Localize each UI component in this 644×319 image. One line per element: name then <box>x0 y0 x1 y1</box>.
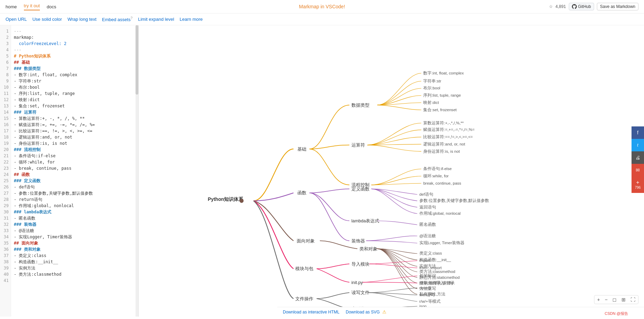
svg-text:类定义:class: 类定义:class <box>419 251 442 256</box>
svg-text:赋值运算符:=,+=,-=,*=,/=,%=: 赋值运算符:=,+=,-=,*=,/=,%= <box>423 128 475 132</box>
download-links: Download as interactive HTML Download as… <box>283 309 386 314</box>
preview-pane: Python知识体系 基础 数据类型 数字:int, float, comple… <box>139 25 644 317</box>
svg-text:比较运算符:==,!=,>,<,>=,<=: 比较运算符:==,!=,>,<,>=,<= <box>423 135 473 139</box>
editor-pane: 1234567891011121314151617181920212223242… <box>0 25 139 317</box>
mindmap-svg: Python知识体系 基础 数据类型 数字:int, float, comple… <box>139 25 644 317</box>
branch-jichu: 基础 数据类型 数字:int, float, complex 字符串:str 布… <box>254 71 475 201</box>
mail-button[interactable]: ✉ <box>632 164 644 176</box>
zoom-fullscreen-button[interactable]: ⛶ <box>628 296 637 303</box>
facebook-share-button[interactable]: f <box>632 126 644 139</box>
warning-icon: ⚠ <box>382 309 386 314</box>
svg-text:循环:while, for: 循环:while, for <box>423 174 449 178</box>
branch-file: 文件操作 读写文件 open() with语句 r/w/+等模式 序列化 <box>254 201 441 314</box>
svg-text:数据类型: 数据类型 <box>351 103 369 108</box>
node-python[interactable]: Python知识体系 <box>208 196 244 202</box>
svg-text:r/w/+等模式: r/w/+等模式 <box>419 299 441 303</box>
svg-text:读写文件: 读写文件 <box>351 291 369 295</box>
save-markdown-button[interactable]: Save as Markdown <box>597 3 638 10</box>
svg-text:序列:list, tuple, range: 序列:list, tuple, range <box>423 93 461 98</box>
vscode-link[interactable]: Markmap in VSCode! <box>299 4 345 9</box>
svg-text:lambda表达式: lambda表达式 <box>351 219 380 223</box>
svg-text:break, continue, pass: break, continue, pass <box>423 181 461 185</box>
svg-text:Python知识体系: Python知识体系 <box>208 196 244 202</box>
editor-scrollbar[interactable] <box>136 25 138 317</box>
line-numbers: 1234567891011121314151617181920212223242… <box>0 25 11 317</box>
svg-text:条件语句:if-else: 条件语句:if-else <box>423 167 452 171</box>
toolbar-solid-color[interactable]: Use solid color <box>32 17 62 22</box>
svg-text:参数:位置参数,关键字参数,默认值参数: 参数:位置参数,关键字参数,默认值参数 <box>419 198 489 203</box>
plus-count: 796 <box>635 186 641 189</box>
header-actions: ☆ 4,891 GitHub Save as Markdown <box>549 3 638 10</box>
svg-text:类方法:classmethod: 类方法:classmethod <box>419 269 455 274</box>
svg-text:身份运算符:is, is not: 身份运算符:is, is not <box>423 149 460 153</box>
download-html-link[interactable]: Download as interactive HTML <box>283 310 339 314</box>
nav-home[interactable]: home <box>6 4 17 9</box>
svg-text:布尔:bool: 布尔:bool <box>423 86 440 90</box>
main-container: 1234567891011121314151617181920212223242… <box>0 25 644 317</box>
svg-text:装饰器: 装饰器 <box>351 239 365 243</box>
csdn-badge: CSDN @报告 <box>605 311 628 316</box>
nav-docs[interactable]: docs <box>47 4 56 9</box>
code-editor[interactable]: ---markmap: colorFreezeLevel: 2---# Pyth… <box>11 25 138 317</box>
toolbar-embed-assets[interactable]: Embed assets? <box>102 16 132 22</box>
header: home try it out docs Markmap in VSCode! … <box>0 0 644 14</box>
zoom-out-button[interactable]: − <box>603 296 610 303</box>
github-button[interactable]: GitHub <box>569 3 594 10</box>
github-label: GitHub <box>578 4 591 9</box>
svg-text:映射:dict: 映射:dict <box>423 100 439 105</box>
svg-text:定义函数: 定义函数 <box>351 187 369 192</box>
svg-text:导入模块: 导入模块 <box>351 262 369 267</box>
svg-text:基础: 基础 <box>297 147 306 152</box>
svg-text:open(): open() <box>419 286 431 290</box>
zoom-in-button[interactable]: + <box>595 296 602 303</box>
svg-text:集合:set, frozenset: 集合:set, frozenset <box>423 108 457 112</box>
star-icon: ☆ <box>549 4 553 9</box>
svg-text:返回语句: 返回语句 <box>419 205 436 209</box>
social-sidebar: f t 🖨 ✉ + 796 <box>632 126 644 193</box>
svg-text:作用域:global, nonlocal: 作用域:global, nonlocal <box>419 212 461 216</box>
download-svg-link[interactable]: Download as SVG <box>346 310 380 314</box>
svg-text:def语句: def语句 <box>419 192 433 196</box>
zoom-controls: + − ◻ ⊞ ⛶ <box>594 295 638 304</box>
github-icon <box>572 4 577 9</box>
svg-text:函数: 函数 <box>297 191 306 196</box>
help-icon: ? <box>131 16 133 20</box>
svg-text:数字:int, float, complex: 数字:int, float, complex <box>423 71 464 75</box>
print-button[interactable]: 🖨 <box>632 151 644 164</box>
scrollbar-thumb <box>136 25 138 95</box>
svg-text:文件操作: 文件操作 <box>296 296 314 301</box>
svg-text:import: import <box>419 258 431 263</box>
svg-text:模块与包: 模块与包 <box>296 267 314 272</box>
svg-text:类和对象: 类和对象 <box>359 247 377 251</box>
zoom-reset-button[interactable]: ◻ <box>610 296 619 303</box>
svg-text:字符串:str: 字符串:str <box>423 79 441 83</box>
toolbar-learn-more[interactable]: Learn more <box>180 17 202 22</box>
plus-button[interactable]: + 796 <box>632 176 644 193</box>
bottom-bar: Download as interactive HTML Download as… <box>277 307 644 317</box>
svg-text:面向对象: 面向对象 <box>297 239 315 243</box>
svg-text:运算符: 运算符 <box>351 143 365 148</box>
twitter-share-button[interactable]: t <box>632 139 644 151</box>
svg-text:实现Logger, Timer装饰器: 实现Logger, Timer装饰器 <box>419 241 464 245</box>
svg-text:包的标识: 包的标识 <box>419 274 436 278</box>
center-title: Markmap in VSCode! <box>299 4 345 9</box>
plus-icon: + <box>636 179 639 186</box>
header-nav: home try it out docs <box>6 3 56 10</box>
svg-text:匿名函数: 匿名函数 <box>419 223 436 227</box>
center-node-circle <box>240 199 244 203</box>
svg-text:init.py: init.py <box>351 280 363 285</box>
toolbar-open-url[interactable]: Open URL <box>6 17 27 22</box>
toolbar-limit-expand[interactable]: Limit expand level <box>138 17 174 22</box>
svg-text:with语句: with语句 <box>419 293 435 297</box>
star-count: 4,891 <box>556 4 566 9</box>
toolbar: Open URL Use solid color Wrap long text … <box>0 14 644 25</box>
editor-content: 1234567891011121314151617181920212223242… <box>0 25 138 317</box>
nav-try[interactable]: try it out <box>24 3 40 10</box>
zoom-fit-button[interactable]: ⊞ <box>619 296 628 303</box>
svg-text:算数运算符:+,-,*,/,%,**: 算数运算符:+,-,*,/,%,** <box>423 121 464 125</box>
toolbar-wrap-text[interactable]: Wrap long text <box>68 17 97 22</box>
svg-text:逻辑运算符:and, or, not: 逻辑运算符:and, or, not <box>423 142 465 146</box>
svg-text:控制包的导入行为: 控制包的导入行为 <box>419 281 453 285</box>
svg-text:from...import: from...import <box>419 266 442 270</box>
svg-text:@语法糖: @语法糖 <box>419 233 436 238</box>
